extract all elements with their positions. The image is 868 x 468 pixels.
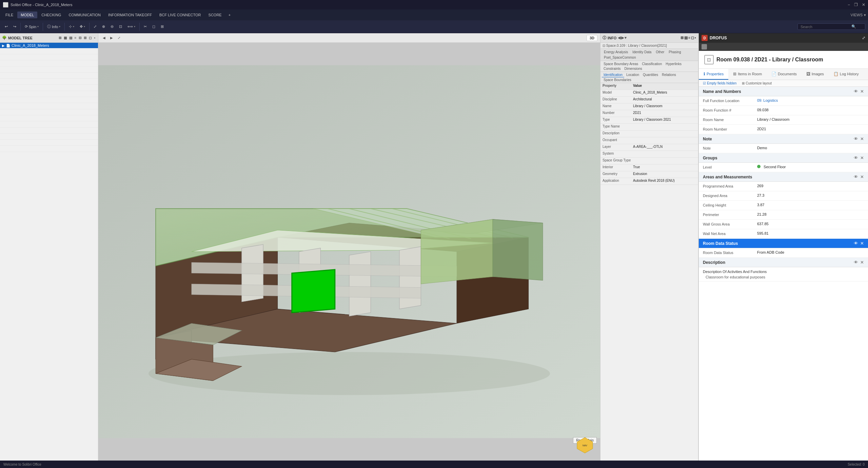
tree-row <box>0 60 98 66</box>
mt-icon-7[interactable]: ◻ <box>88 36 92 40</box>
mt-icon-8[interactable]: ▪ <box>93 36 96 40</box>
mt-icon-2[interactable]: ▦ <box>63 36 67 40</box>
search-input[interactable] <box>801 25 851 29</box>
menu-bar: FILE MODEL CHECKING COMMUNICATION INFORM… <box>0 9 868 20</box>
search-bar[interactable]: 🔍 <box>797 23 865 30</box>
nav-cube[interactable]: NAV <box>576 437 593 454</box>
viewport[interactable]: Roof - Main NAV <box>98 43 600 461</box>
name-numbers-close-button[interactable]: ✕ <box>860 89 864 94</box>
menu-file[interactable]: FILE <box>2 12 17 18</box>
drofus-tabs: ℹ Properties ⊞ Items in Room 📄 Documents… <box>699 69 868 80</box>
description-eye-button[interactable]: 👁 <box>854 260 858 265</box>
menu-plus[interactable]: + <box>226 12 233 18</box>
minimize-button[interactable]: − <box>848 2 850 7</box>
mt-icon-6[interactable]: ⊞ <box>83 36 87 40</box>
section-note-title: Note <box>703 137 712 141</box>
menu-communication[interactable]: COMMUNICATION <box>65 12 104 18</box>
section-areas-actions: 👁 ✕ <box>854 174 864 179</box>
info-nav-down[interactable]: ▾ <box>625 36 627 40</box>
tree-row <box>0 54 98 60</box>
clip-button[interactable]: ✂ <box>142 23 149 30</box>
mt-icon-5[interactable]: ⊟ <box>78 36 82 40</box>
mt-icon-1[interactable]: ⊞ <box>58 36 62 40</box>
info-tab-other[interactable]: Other <box>654 50 666 55</box>
select-tools-button[interactable]: ⊹ ▾ <box>67 23 76 30</box>
info-hicon-3[interactable]: ≡ <box>688 36 690 40</box>
info-tab-phasing[interactable]: Phasing <box>667 50 683 55</box>
prop-label-room-function: Room Function # <box>703 108 757 112</box>
info-row-model: Model Clinic_A_2018_Meters <box>600 90 698 97</box>
info-subtab-quantities[interactable]: Quantities <box>641 73 660 77</box>
areas-eye-button[interactable]: 👁 <box>854 174 858 179</box>
info-subtab-relations[interactable]: Relations <box>660 73 678 77</box>
zoom-out-button[interactable]: ⊖ <box>108 23 116 30</box>
info-subtab-hyperlinks[interactable]: Hyperlinks <box>664 62 683 66</box>
drofus-tab-log-history[interactable]: 📋 Log History <box>829 69 864 80</box>
menu-score[interactable]: SCORE <box>205 12 225 18</box>
info-nav-next[interactable]: ▶ <box>621 36 624 40</box>
name-numbers-eye-button[interactable]: 👁 <box>854 89 858 94</box>
drofus-tab-images[interactable]: 🖼 Images <box>802 69 829 80</box>
info-subtab-space-boundary[interactable]: Space Boundary Areas <box>602 62 640 66</box>
info-row-geometry: Geometry Extrusion <box>600 171 698 178</box>
info-tab-identity[interactable]: Identity Data <box>630 50 653 55</box>
menu-information-takeoff[interactable]: INFORMATION TAKEOFF <box>105 12 155 18</box>
note-eye-button[interactable]: 👁 <box>854 136 858 141</box>
view-prev-button[interactable]: ◀ <box>101 35 107 40</box>
info-val-discipline: Architectural <box>633 97 696 102</box>
layers-button[interactable]: ⊞ <box>159 23 166 30</box>
restore-button[interactable]: ❐ <box>854 2 858 7</box>
customize-layout-option[interactable]: ⊞ Customize layout <box>742 81 772 85</box>
note-close-button[interactable]: ✕ <box>860 136 864 141</box>
section-room-data-status-actions: 👁 ✕ <box>854 241 864 246</box>
nav-tools-button[interactable]: ✥ ▾ <box>78 23 87 30</box>
info-tab-energy[interactable]: Energy Analysis <box>602 50 630 55</box>
view-expand-button[interactable]: ⤢ <box>116 35 122 40</box>
measure-tools-button[interactable]: ⟺ ▾ <box>125 23 137 30</box>
zoom-in-button[interactable]: ⊕ <box>100 23 107 30</box>
info-subtab-constraints[interactable]: Constraints <box>602 66 623 71</box>
info-subtab-identification[interactable]: Identification <box>602 73 624 77</box>
info-hicon-1[interactable]: ⊞ <box>680 36 684 40</box>
info-hicon-2[interactable]: ▤ <box>684 36 688 40</box>
redo-button[interactable]: ↪ <box>11 23 18 30</box>
menu-checking[interactable]: CHECKING <box>38 12 64 18</box>
info-tab-pset[interactable]: Pset_SpaceCommon <box>602 55 638 60</box>
view-3d-button[interactable]: 3D <box>587 35 597 41</box>
zoom-fit-button[interactable]: ⊡ <box>117 23 124 30</box>
room-data-status-eye-button[interactable]: 👁 <box>854 241 858 246</box>
drofus-tab-documents[interactable]: 📄 Documents <box>767 69 802 80</box>
description-close-button[interactable]: ✕ <box>860 260 864 265</box>
info-button[interactable]: ⓘ Info ▾ <box>45 23 62 30</box>
view-next-button[interactable]: ▶ <box>108 35 115 40</box>
menu-bcf-live[interactable]: BCF LIVE CONNECTOR <box>156 12 204 18</box>
info-hicon-5[interactable]: ▪ <box>695 36 696 40</box>
measure-arrow: ▾ <box>134 25 135 28</box>
drofus-tab-properties[interactable]: ℹ Properties <box>699 69 728 80</box>
undo-button[interactable]: ↩ <box>3 23 10 30</box>
groups-close-button[interactable]: ✕ <box>860 155 864 160</box>
info-nav-prev[interactable]: ◀ <box>618 36 620 40</box>
drofus-expand-button[interactable]: ⤢ <box>862 36 865 40</box>
mt-icon-4[interactable]: ≡ <box>74 36 77 40</box>
svg-marker-18 <box>292 270 335 313</box>
drofus-tab-items-room[interactable]: ⊞ Items in Room <box>728 69 767 80</box>
areas-close-button[interactable]: ✕ <box>860 174 864 179</box>
close-button[interactable]: ✕ <box>862 2 865 7</box>
info-prop-spacegrouptype: Space Group Type <box>603 158 633 163</box>
groups-eye-button[interactable]: 👁 <box>854 155 858 160</box>
info-subtab-dimensions[interactable]: Dimensions <box>623 66 644 71</box>
tree-item-clinic[interactable]: ▶ 📄 Clinic_A_2018_Meters <box>0 43 98 48</box>
info-subtab-classification[interactable]: Classification <box>640 62 664 66</box>
fit-view-button[interactable]: ⤢ <box>92 23 99 30</box>
view-modes-button[interactable]: ◻ <box>150 23 157 30</box>
info-hicon-4[interactable]: ◻ <box>691 36 694 40</box>
info-subtab-space-boundaries[interactable]: Space Boundaries <box>602 78 633 82</box>
empty-fields-option[interactable]: ☑ Empty fields hidden <box>703 81 736 85</box>
menu-model[interactable]: MODEL <box>17 12 37 18</box>
model-tree-header-icons: ⊞ ▦ ▤ ≡ ⊟ ⊞ ◻ ▪ <box>58 36 96 40</box>
spin-button[interactable]: ⟳ Spin ▾ <box>23 23 41 30</box>
mt-icon-3[interactable]: ▤ <box>68 36 73 40</box>
room-data-status-close-button[interactable]: ✕ <box>860 241 864 246</box>
info-subtab-location[interactable]: Location <box>625 73 641 77</box>
